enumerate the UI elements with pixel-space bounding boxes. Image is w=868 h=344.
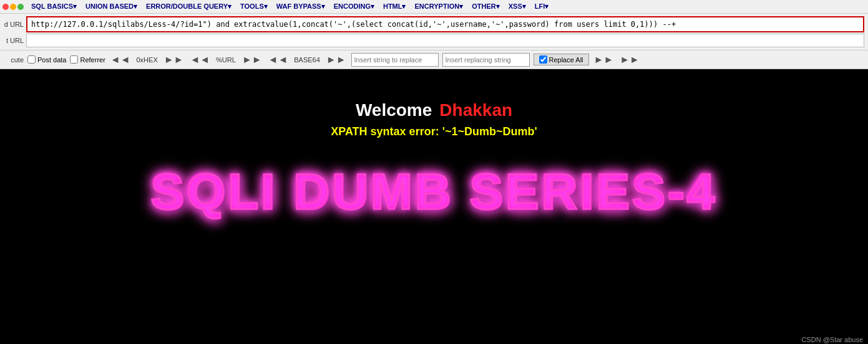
referrer-label[interactable]: Referrer (70, 55, 105, 64)
replace-all-label[interactable]: Replace All (534, 54, 589, 65)
menu-encryption[interactable]: ENCRYPTION▾ (411, 2, 467, 11)
hex-right-arrow[interactable]: ►► (163, 54, 185, 65)
xpath-error: XPATH syntax error: '~1~Dumb~Dumb' (331, 125, 537, 138)
welcome-text: Welcome (356, 100, 432, 120)
url-left-arrow[interactable]: ◄◄ (188, 54, 211, 65)
username-text: Dhakkan (439, 100, 512, 120)
close-dot (2, 4, 9, 10)
base64-label: BASE64 (293, 56, 321, 64)
series-title: SQLI DUMB SERIES-4 (151, 163, 718, 221)
base64-right-arrow[interactable]: ►► (325, 54, 348, 65)
menu-other[interactable]: OTHER▾ (468, 2, 504, 11)
watermark: CSDN @Star abuse (801, 336, 863, 343)
menu-lfi[interactable]: LFI▾ (531, 2, 553, 11)
menu-html[interactable]: HTML▾ (379, 2, 410, 11)
minimize-dot (10, 4, 16, 10)
menu-tools[interactable]: TOOLS▾ (237, 2, 271, 11)
maximize-dot (17, 4, 24, 10)
execute-label: cute (4, 56, 24, 64)
post-data-label[interactable]: Post data (27, 55, 66, 64)
url-area: d URL t URL (0, 14, 868, 50)
hex-label: 0xHEX (135, 56, 159, 64)
main-content: Welcome Dhakkan XPATH syntax error: '~1~… (0, 69, 868, 344)
url-input[interactable] (26, 16, 864, 32)
replace-string-input[interactable] (351, 53, 439, 67)
menu-bar: SQL BASICS▾ UNION BASED▾ ERROR/DOUBLE QU… (0, 0, 868, 14)
menu-waf-bypass[interactable]: WAF BYPASS▾ (273, 2, 329, 11)
menu-union-based[interactable]: UNION BASED▾ (82, 2, 141, 11)
url-encode-label: %URL (215, 56, 237, 64)
base64-left-arrow[interactable]: ◄◄ (267, 54, 290, 65)
url-row-main: d URL (4, 16, 864, 32)
url-right-arrow[interactable]: ►► (241, 54, 263, 65)
replace-all-checkbox[interactable] (539, 55, 547, 64)
traffic-lights (2, 4, 24, 10)
url-row-secondary: t URL (4, 34, 864, 47)
menu-error-double[interactable]: ERROR/DOUBLE QUERY▾ (142, 2, 235, 11)
url-label-t: t URL (4, 37, 24, 44)
welcome-line: Welcome Dhakkan (356, 100, 512, 120)
replace-far-right-arrow[interactable]: ►► (618, 54, 641, 65)
post-data-checkbox[interactable] (27, 55, 36, 64)
hex-left-arrow[interactable]: ◄◄ (109, 54, 132, 65)
url-input-secondary[interactable] (26, 34, 864, 47)
menu-xss[interactable]: XSS▾ (505, 2, 530, 11)
toolbar: cute Post data Referrer ◄◄ 0xHEX ►► ◄◄ %… (0, 50, 868, 69)
replace-right-arrow[interactable]: ►► (593, 54, 615, 65)
menu-sql-basics[interactable]: SQL BASICS▾ (27, 2, 80, 11)
referrer-checkbox[interactable] (70, 55, 78, 64)
url-label-d: d URL (4, 21, 24, 28)
menu-encoding[interactable]: ENCODING▾ (330, 2, 378, 11)
replacing-string-input[interactable] (442, 53, 530, 67)
